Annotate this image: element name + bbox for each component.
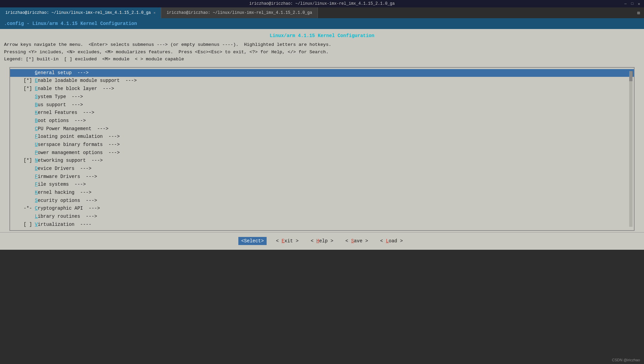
menu-item-floating-point[interactable]: Floating point emulation ---> <box>10 133 634 141</box>
menu-item-kernel-features[interactable]: Kernel Features ---> <box>10 109 634 117</box>
save-hotkey: S <box>351 238 354 244</box>
menu-wrapper: General setup --->[*] Enable loadable mo… <box>9 67 635 231</box>
hotkey-letter: F <box>35 182 38 187</box>
menu-items-list: General setup --->[*] Enable loadable mo… <box>10 68 634 230</box>
watermark: CSDN @iriczhao <box>612 358 640 362</box>
hotkey-letter: U <box>35 142 38 147</box>
hotkey-letter: C <box>35 126 38 131</box>
exit-button[interactable]: < Exit > <box>273 237 301 245</box>
app-header-text: .config - Linux/arm 4.1.15 Kernel Config… <box>4 21 137 26</box>
tab-1-close[interactable]: ✕ <box>154 11 156 15</box>
info-line-2: Pressing <Y> includes, <N> excludes, <M>… <box>4 49 640 56</box>
hotkey-letter: F <box>35 174 38 179</box>
window-controls[interactable]: — □ ✕ <box>623 1 641 6</box>
info-line-1: Arrow keys navigate the menu. <Enter> se… <box>4 41 640 49</box>
close-button[interactable]: ✕ <box>637 1 641 6</box>
app-header: .config - Linux/arm 4.1.15 Kernel Config… <box>0 18 644 29</box>
help-hotkey: H <box>316 238 319 244</box>
menu-item-general-setup[interactable]: General setup ---> <box>10 69 634 77</box>
hotkey-letter: E <box>35 86 38 91</box>
hotkey-letter: L <box>35 214 38 219</box>
minimize-button[interactable]: — <box>623 1 628 6</box>
menu-item-block-layer[interactable]: [*] Enable the block layer ---> <box>10 85 634 93</box>
select-button[interactable]: <Select> <box>238 237 266 245</box>
menu-item-file-systems[interactable]: File systems ---> <box>10 181 634 189</box>
hotkey-letter: K <box>35 190 38 195</box>
menu-title: Linux/arm 4.1.15 Kernel Configuration <box>4 32 640 41</box>
tab-2[interactable]: iriczhao@iriczhao: ~/linux/linux-imx-rel… <box>161 7 318 18</box>
load-hotkey: L <box>386 238 388 244</box>
maximize-button[interactable]: □ <box>630 1 635 6</box>
menu-item-loadable-module[interactable]: [*] Enable loadable module support ---> <box>10 77 634 85</box>
hotkey-letter: V <box>35 222 38 227</box>
window-title: iriczhao@iriczhao: ~/linux/linux-imx-rel… <box>249 1 395 6</box>
hotkey-letter: C <box>35 206 38 211</box>
menu-item-library-routines[interactable]: Library routines ---> <box>10 213 634 221</box>
hotkey-letter: S <box>35 198 38 203</box>
outer-background: Linux/arm 4.1.15 Kernel Configuration Ar… <box>0 29 644 250</box>
menu-item-cpu-power[interactable]: CPU Power Management ---> <box>10 125 634 133</box>
bottom-button-bar: <Select> < Exit > < Help > < Save > < Lo… <box>0 232 644 250</box>
hotkey-letter: P <box>35 150 38 155</box>
hotkey-letter: B <box>35 118 38 123</box>
hotkey-letter: E <box>35 78 38 83</box>
hotkey-letter: B <box>35 102 38 108</box>
menu-item-kernel-hacking[interactable]: Kernel hacking ---> <box>10 189 634 197</box>
menu-item-power-management[interactable]: Power management options ---> <box>10 149 634 157</box>
title-bar: iriczhao@iriczhao: ~/linux/linux-imx-rel… <box>0 0 644 7</box>
menu-item-userspace-binary[interactable]: Userspace binary formats ---> <box>10 141 634 149</box>
load-button[interactable]: < Load > <box>377 237 405 245</box>
save-button[interactable]: < Save > <box>343 237 371 245</box>
hotkey-letter: S <box>35 94 38 99</box>
scrollbar-track[interactable] <box>629 71 633 227</box>
hotkey-letter: K <box>35 110 38 115</box>
menu-item-firmware-drivers[interactable]: Firmware Drivers ---> <box>10 173 634 181</box>
scrollbar-thumb[interactable] <box>629 71 633 81</box>
exit-hotkey: E <box>281 238 284 244</box>
hotkey-letter: G <box>35 70 38 75</box>
tab-bar: iriczhao@iriczhao: ~/linux/linux-imx-rel… <box>0 7 644 18</box>
tab-1-label: iriczhao@iriczhao: ~/linux/linux-imx-rel… <box>5 10 151 15</box>
hotkey-letter: F <box>35 134 38 139</box>
menu-item-system-type[interactable]: System Type ---> <box>10 93 634 101</box>
menu-item-device-drivers[interactable]: Device Drivers ---> <box>10 165 634 173</box>
tab-bar-icon[interactable]: ⊞ <box>637 10 640 16</box>
menu-item-cryptographic[interactable]: -*- Cryptographic API ---> <box>10 205 634 213</box>
menu-item-security-options[interactable]: Security options ---> <box>10 197 634 205</box>
info-line-3: Legend: [*] built-in [ ] excluded <M> mo… <box>4 56 640 63</box>
menu-item-boot-options[interactable]: Boot options ---> <box>10 117 634 125</box>
hotkey-letter: N <box>35 158 38 163</box>
menu-item-networking[interactable]: [*] Networking support ---> <box>10 157 634 165</box>
tab-1[interactable]: iriczhao@iriczhao: ~/linux/linux-imx-rel… <box>0 7 161 18</box>
hotkey-letter: D <box>35 166 38 171</box>
tab-2-label: iriczhao@iriczhao: ~/linux/linux-imx-rel… <box>167 10 312 15</box>
info-section: Linux/arm 4.1.15 Kernel Configuration Ar… <box>0 29 644 66</box>
menu-item-virtualization[interactable]: [ ] Virtualization ---- <box>10 221 634 229</box>
menu-item-bus-support[interactable]: Bus support ---> <box>10 101 634 109</box>
help-button[interactable]: < Help > <box>308 237 336 245</box>
